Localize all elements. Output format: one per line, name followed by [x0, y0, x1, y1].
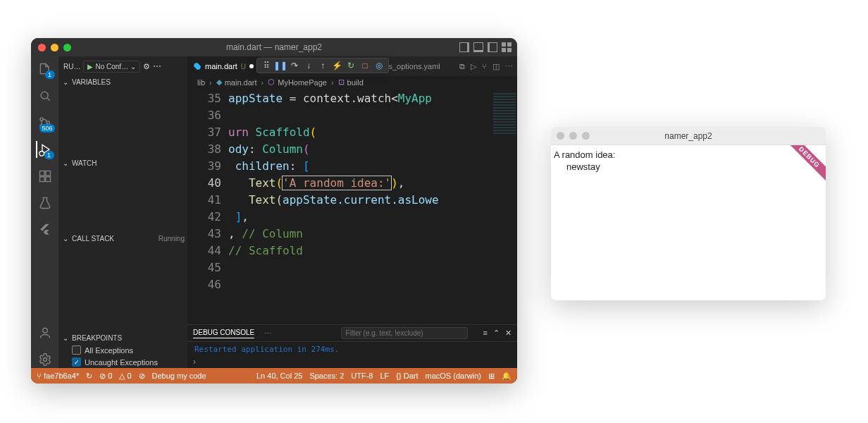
sb-language[interactable]: {} Dart: [396, 372, 418, 380]
more-icon[interactable]: ⋯: [153, 61, 162, 71]
debug-console-panel: DEBUG CONSOLE ⋯ ≡ ⌃ ✕ Restarted applicat…: [187, 324, 517, 368]
bc-file[interactable]: main.dart: [225, 78, 257, 87]
section-watch[interactable]: ⌄ WATCH: [59, 157, 187, 169]
explorer-badge: 1: [45, 70, 55, 79]
source-control-icon[interactable]: 506: [37, 114, 54, 131]
bc-folder[interactable]: lib: [197, 78, 205, 87]
extensions-icon[interactable]: [37, 168, 54, 185]
sb-devtools[interactable]: ⊞: [488, 372, 495, 381]
panel-right-icon[interactable]: [488, 42, 497, 52]
run-config-dropdown[interactable]: ▶ No Conf… ⌄: [83, 61, 140, 73]
sb-warnings[interactable]: △ 0: [119, 372, 131, 381]
run-file-icon[interactable]: ▷: [471, 62, 476, 71]
method-icon: ⊡: [338, 78, 345, 87]
tab-debug-console[interactable]: DEBUG CONSOLE: [193, 329, 254, 338]
gear-icon[interactable]: ⚙: [143, 62, 150, 71]
code-content[interactable]: appState = context.watch<MyApp urn Scaff…: [228, 89, 517, 324]
bc-method[interactable]: build: [347, 78, 364, 87]
run-debug-icon[interactable]: 1: [36, 141, 53, 158]
settings-icon[interactable]: [37, 351, 54, 368]
checkbox-on[interactable]: [72, 357, 81, 367]
collapse-panel-icon[interactable]: ⌃: [493, 329, 500, 338]
step-out-icon[interactable]: ↑: [316, 59, 329, 72]
sb-notifications[interactable]: 🔔: [502, 372, 512, 381]
sb-nosmoking[interactable]: ⊘: [139, 372, 145, 381]
explorer-icon[interactable]: 1: [37, 61, 54, 78]
flutter-outline-icon[interactable]: ⧉: [459, 62, 465, 71]
clear-console-icon[interactable]: ≡: [483, 329, 488, 338]
branch-name: fae7b6a4*: [44, 372, 79, 380]
sb-errors[interactable]: ⊘ 0: [99, 372, 112, 381]
close-panel-icon[interactable]: ✕: [505, 329, 512, 338]
breakpoint-uncaught-exceptions[interactable]: Uncaught Exceptions: [59, 356, 187, 368]
restart-icon[interactable]: ↻: [345, 59, 357, 72]
breakpoints-body: All Exceptions Uncaught Exceptions: [59, 344, 187, 368]
chevron-down-icon: ⌄: [130, 63, 136, 70]
panel-left-icon[interactable]: [459, 42, 469, 52]
drag-handle-icon[interactable]: ⠿: [260, 59, 273, 72]
bp-all-label: All Exceptions: [85, 346, 133, 355]
section-callstack[interactable]: ⌄ CALL STACK Running: [59, 233, 187, 245]
vscode-window: main.dart — namer_app2 1 506 1: [31, 38, 517, 384]
tab-main-dart[interactable]: main.dart U: [187, 56, 260, 76]
play-icon: ▶: [87, 63, 93, 70]
run-and-debug-label: RU…: [63, 63, 80, 70]
callstack-body: [59, 245, 187, 332]
pause-icon[interactable]: ❚❚: [274, 59, 287, 72]
hot-reload-icon[interactable]: ⚡: [330, 59, 343, 72]
bc-class[interactable]: MyHomePage: [278, 78, 327, 87]
section-variables[interactable]: ⌄ VARIABLES: [59, 76, 187, 88]
app-text-line1: A random idea:: [554, 145, 823, 160]
app-titlebar[interactable]: namer_app2: [551, 127, 826, 145]
open-changes-icon[interactable]: ⑂: [482, 62, 487, 70]
code-editor[interactable]: 353637383940414243444546 appState = cont…: [187, 89, 517, 324]
widget-inspect-icon[interactable]: ◎: [373, 59, 385, 72]
panel-bottom-icon[interactable]: [473, 42, 483, 52]
sb-indent[interactable]: Spaces: 2: [309, 372, 344, 380]
debug-sidebar: RU… ▶ No Conf… ⌄ ⚙ ⋯ ⌄ VARIABLES ⌄ WATCH: [59, 56, 187, 368]
tab-main-status: U: [241, 63, 246, 70]
svg-rect-5: [39, 171, 44, 176]
svg-rect-7: [45, 177, 50, 182]
app-body: A random idea: newstay DEBUG: [551, 145, 826, 300]
stop-icon[interactable]: □: [359, 59, 371, 72]
titlebar[interactable]: main.dart — namer_app2: [31, 38, 517, 56]
sb-sync[interactable]: ↻: [86, 372, 92, 381]
step-over-icon[interactable]: ↷: [288, 59, 301, 72]
accounts-icon[interactable]: [37, 324, 54, 341]
sb-branch[interactable]: ⑂ fae7b6a4*: [37, 372, 79, 380]
dart-file-icon: ◆: [216, 78, 222, 87]
checkbox-off[interactable]: [72, 345, 81, 355]
app-title-text: namer_app2: [551, 131, 826, 141]
minimap[interactable]: [492, 89, 517, 324]
sb-debug-session[interactable]: Debug my code: [152, 372, 206, 380]
watch-label: WATCH: [72, 159, 97, 167]
breakpoint-all-exceptions[interactable]: All Exceptions: [59, 344, 187, 356]
debug-toolbar[interactable]: ⠿ ❚❚ ↷ ↓ ↑ ⚡ ↻ □ ◎: [256, 58, 389, 73]
testing-icon[interactable]: [37, 195, 54, 212]
flutter-icon[interactable]: [37, 221, 54, 238]
sb-target-device[interactable]: macOS (darwin): [426, 372, 481, 380]
editor-actions: ⧉ ▷ ⑂ ◫ ⋯: [459, 56, 517, 76]
search-icon[interactable]: [37, 87, 54, 104]
split-editor-icon[interactable]: ◫: [492, 62, 500, 71]
class-icon: ⬡: [268, 78, 275, 87]
sb-encoding[interactable]: UTF-8: [351, 372, 373, 380]
step-into-icon[interactable]: ↓: [302, 59, 315, 72]
console-prompt[interactable]: ›: [187, 357, 517, 368]
layout-grid-icon[interactable]: [502, 42, 512, 52]
panel-tabs: DEBUG CONSOLE ⋯ ≡ ⌃ ✕: [187, 325, 517, 342]
breadcrumbs[interactable]: lib ◆ main.dart ⬡ MyHomePage ⊡ build: [187, 76, 517, 89]
app-text-line2: newstay: [554, 160, 823, 172]
more-actions-icon[interactable]: ⋯: [505, 62, 513, 71]
sb-eol[interactable]: LF: [380, 372, 390, 380]
console-filter-input[interactable]: [341, 327, 468, 339]
layout-controls: [459, 42, 512, 52]
more-icon[interactable]: ⋯: [264, 329, 271, 337]
svg-point-4: [39, 152, 44, 157]
section-breakpoints[interactable]: ⌄ BREAKPOINTS: [59, 332, 187, 344]
branch-icon: ⑂: [37, 372, 42, 380]
chevron-down-icon: ⌄: [62, 159, 69, 167]
watch-body: [59, 169, 187, 233]
sb-cursor-pos[interactable]: Ln 40, Col 25: [256, 372, 302, 380]
